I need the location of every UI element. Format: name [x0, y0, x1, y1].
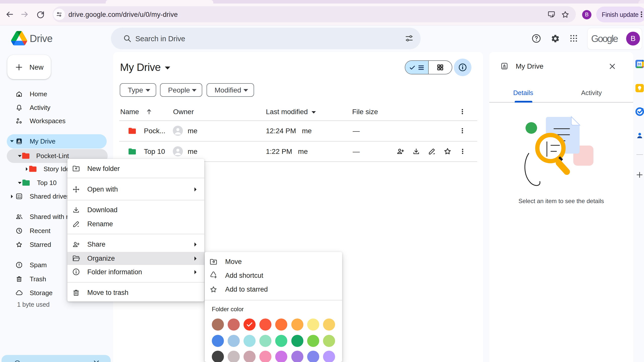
svg-text:31: 31 — [638, 62, 642, 66]
